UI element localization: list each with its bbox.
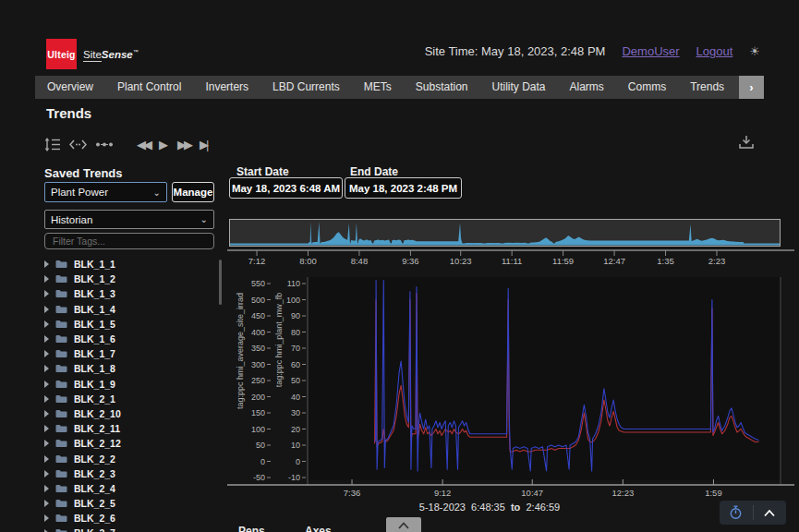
- chart-time-controls: [720, 501, 786, 525]
- nav-item-alarms[interactable]: Alarms: [558, 76, 616, 99]
- svg-text:7:36: 7:36: [344, 488, 361, 498]
- tree-item-blk_1_6[interactable]: BLK_1_6: [41, 332, 216, 346]
- caret-right-icon[interactable]: [44, 335, 49, 343]
- nav-item-inverters[interactable]: Inverters: [193, 76, 260, 99]
- row-height-icon[interactable]: [44, 138, 61, 151]
- svg-text:500: 500: [251, 296, 265, 305]
- caret-right-icon[interactable]: [44, 514, 49, 522]
- tree-item-blk_2_11[interactable]: BLK_2_11: [41, 421, 216, 436]
- folder-icon: [55, 394, 67, 404]
- folder-icon: [55, 260, 67, 269]
- tree-item-blk_1_5[interactable]: BLK_1_5: [41, 317, 216, 332]
- tree-item-label: BLK_1_5: [74, 319, 115, 330]
- nav-scroll-right-button[interactable]: ›: [739, 76, 764, 99]
- collapse-panel-button[interactable]: [754, 501, 787, 525]
- sample-points-icon[interactable]: [95, 139, 114, 151]
- manage-button[interactable]: Manage: [172, 182, 214, 202]
- svg-text:1:59: 1:59: [705, 488, 722, 498]
- caret-right-icon[interactable]: [44, 365, 49, 372]
- caret-right-icon[interactable]: [44, 410, 49, 417]
- caret-right-icon[interactable]: [44, 395, 49, 403]
- rewind-button[interactable]: ◀◀: [137, 138, 150, 151]
- svg-text:-50: -50: [253, 473, 265, 482]
- svg-text:12:47: 12:47: [603, 256, 625, 266]
- svg-text:80: 80: [291, 328, 300, 337]
- chevron-down-icon: ⌄: [200, 214, 208, 224]
- nav-item-mets[interactable]: METs: [352, 76, 404, 99]
- tree-item-blk_1_9[interactable]: BLK_1_9: [41, 377, 216, 392]
- trend-toolbar: ◀◀ ▶ ▶▶ ▶|: [44, 135, 215, 153]
- tree-item-blk_1_4[interactable]: BLK_1_4: [41, 302, 216, 317]
- filter-tags-input[interactable]: [44, 233, 214, 249]
- tree-item-blk_2_7[interactable]: BLK_2_7: [41, 526, 216, 532]
- tree-item-label: BLK_2_5: [74, 498, 115, 509]
- logout-link[interactable]: Logout: [696, 44, 733, 58]
- nav-item-plant-control[interactable]: Plant Control: [105, 76, 193, 99]
- tree-item-blk_2_10[interactable]: BLK_2_10: [41, 406, 216, 421]
- tree-item-blk_1_2[interactable]: BLK_1_2: [41, 272, 216, 286]
- svg-text:0: 0: [296, 457, 300, 466]
- tree-item-blk_1_8[interactable]: BLK_1_8: [41, 361, 216, 376]
- download-button[interactable]: [738, 135, 755, 153]
- live-timer-button[interactable]: [720, 501, 753, 525]
- tree-item-blk_2_3[interactable]: BLK_2_3: [41, 466, 216, 481]
- tree-item-blk_2_1[interactable]: BLK_2_1: [41, 392, 216, 406]
- tree-item-blk_2_2[interactable]: BLK_2_2: [41, 451, 216, 466]
- svg-text:10:47: 10:47: [521, 488, 543, 498]
- skip-end-button[interactable]: ▶|: [200, 138, 206, 151]
- caret-right-icon[interactable]: [44, 320, 49, 328]
- nav-item-overview[interactable]: Overview: [35, 76, 105, 99]
- svg-text:200: 200: [251, 393, 265, 402]
- caret-right-icon[interactable]: [44, 260, 49, 268]
- caret-right-icon[interactable]: [44, 275, 49, 283]
- svg-text:9:12: 9:12: [434, 488, 452, 498]
- tree-item-blk_2_5[interactable]: BLK_2_5: [41, 496, 216, 511]
- play-button[interactable]: ▶: [159, 138, 168, 151]
- tree-item-blk_2_12[interactable]: BLK_2_12: [41, 436, 216, 451]
- expand-bottom-panel-button[interactable]: [386, 517, 421, 532]
- nav-item-substation[interactable]: Substation: [404, 76, 480, 99]
- folder-icon: [55, 424, 67, 433]
- tree-item-blk_1_7[interactable]: BLK_1_7: [41, 346, 216, 361]
- caret-right-icon[interactable]: [44, 381, 49, 388]
- caret-right-icon[interactable]: [44, 290, 49, 297]
- caret-right-icon[interactable]: [44, 455, 49, 463]
- main-trend-chart[interactable]: tag:ppc hmi_average_site_irradtag:ppc hm…: [227, 268, 794, 503]
- user-link[interactable]: DemoUser: [622, 44, 679, 58]
- tree-item-blk_2_6[interactable]: BLK_2_6: [41, 511, 216, 526]
- tree-item-label: BLK_1_6: [74, 333, 115, 345]
- tree-item-label: BLK_1_7: [74, 348, 115, 359]
- tree-scrollbar[interactable]: [219, 260, 222, 305]
- tree-item-blk_1_1[interactable]: BLK_1_1: [41, 257, 216, 272]
- folder-icon: [55, 514, 67, 523]
- end-date-field[interactable]: May 18, 2023 2:48 PM: [345, 177, 462, 199]
- caret-right-icon[interactable]: [44, 470, 49, 478]
- caret-right-icon[interactable]: [44, 306, 49, 313]
- svg-text:70: 70: [291, 344, 300, 353]
- saved-trend-select[interactable]: Plant Power ⌄: [44, 182, 167, 202]
- sitesense-brand: SiteSense™: [83, 49, 139, 60]
- expand-range-icon[interactable]: [69, 139, 87, 151]
- caret-right-icon[interactable]: [44, 425, 49, 432]
- folder-icon: [55, 484, 67, 493]
- nav-item-trends[interactable]: Trends: [678, 76, 736, 99]
- theme-toggle-icon[interactable]: ☀: [749, 44, 760, 58]
- tree-item-blk_2_4[interactable]: BLK_2_4: [41, 481, 216, 496]
- start-date-field[interactable]: May 18, 2023 6:48 AM: [229, 177, 343, 199]
- caret-right-icon[interactable]: [44, 440, 49, 447]
- overview-navigator-chart[interactable]: [229, 219, 781, 247]
- nav-item-utility-data[interactable]: Utility Data: [480, 76, 558, 99]
- folder-icon: [55, 274, 67, 284]
- nav-item-comms[interactable]: Comms: [616, 76, 678, 99]
- source-select[interactable]: Historian ⌄: [44, 210, 214, 229]
- caret-right-icon[interactable]: [44, 350, 49, 357]
- caret-right-icon[interactable]: [44, 500, 49, 507]
- svg-text:tag:ppc hmi_average_site_irrad: tag:ppc hmi_average_site_irrad: [236, 293, 245, 409]
- tree-item-blk_1_3[interactable]: BLK_1_3: [41, 286, 216, 301]
- nav-item-lbd-currents[interactable]: LBD Currents: [260, 76, 352, 99]
- svg-text:50: 50: [291, 376, 300, 385]
- tree-item-label: BLK_2_10: [74, 408, 121, 419]
- fast-forward-button[interactable]: ▶▶: [177, 138, 190, 151]
- caret-right-icon[interactable]: [44, 485, 49, 492]
- main-navbar: OverviewPlant ControlInvertersLBD Curren…: [35, 76, 764, 99]
